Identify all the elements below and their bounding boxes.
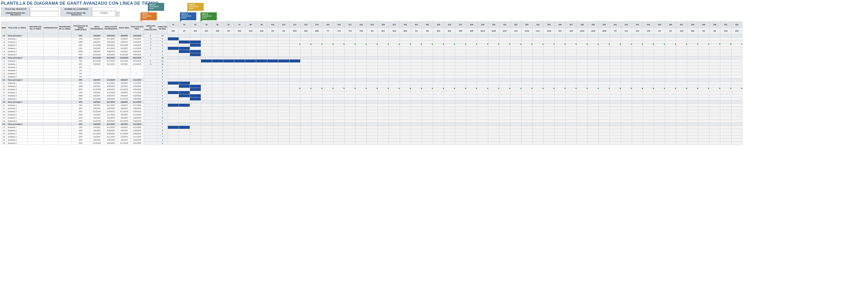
- gantt-cell[interactable]: [544, 47, 555, 50]
- gantt-cell[interactable]: [212, 34, 223, 37]
- cell[interactable]: [43, 85, 58, 88]
- gantt-cell[interactable]: [522, 129, 532, 132]
- gantt-cell[interactable]: [566, 66, 577, 69]
- gantt-cell[interactable]: [267, 40, 278, 44]
- gantt-cell[interactable]: [555, 69, 566, 72]
- gantt-cell[interactable]: [444, 88, 455, 91]
- gantt-cell[interactable]: [532, 69, 544, 72]
- gantt-cell[interactable]: [588, 100, 599, 104]
- gantt-cell[interactable]: [433, 72, 444, 75]
- gantt-cell[interactable]: [544, 110, 555, 113]
- gantt-cell[interactable]: [709, 88, 720, 91]
- gantt-cell[interactable]: [665, 79, 676, 82]
- cell[interactable]: Subtarea 2: [7, 85, 28, 88]
- gantt-cell[interactable]: [522, 79, 532, 82]
- gantt-cell[interactable]: [245, 85, 256, 88]
- gantt-cell[interactable]: [245, 107, 256, 110]
- cell[interactable]: [43, 110, 58, 113]
- cell[interactable]: 4/20/2025: [130, 107, 144, 110]
- gantt-cell[interactable]: [201, 75, 212, 79]
- gantt-cell[interactable]: [676, 107, 687, 110]
- gantt-cell[interactable]: [267, 129, 278, 132]
- milestone-flag-3[interactable]: HITO 3:Descripción breve: [180, 12, 196, 20]
- gantt-cell[interactable]: [267, 97, 278, 100]
- gantt-cell[interactable]: [599, 75, 610, 79]
- gantt-cell[interactable]: [433, 60, 444, 63]
- gantt-cell[interactable]: [400, 113, 411, 116]
- cell[interactable]: 4/20/2025: [104, 139, 118, 142]
- gantt-cell[interactable]: [389, 116, 400, 120]
- gantt-cell[interactable]: [223, 136, 234, 139]
- gantt-cell[interactable]: [312, 104, 322, 107]
- gantt-cell[interactable]: [400, 129, 411, 132]
- gantt-cell[interactable]: [687, 72, 698, 75]
- gantt-cell[interactable]: [444, 136, 455, 139]
- gantt-cell[interactable]: [267, 63, 278, 66]
- gantt-cell[interactable]: [168, 91, 179, 94]
- week-header[interactable]: S14: [312, 22, 322, 28]
- cell[interactable]: 5: [157, 120, 167, 123]
- gantt-cell[interactable]: [256, 47, 267, 50]
- gantt-cell[interactable]: [621, 66, 632, 69]
- gantt-cell[interactable]: [532, 63, 544, 66]
- gantt-cell[interactable]: [278, 66, 289, 69]
- gantt-cell[interactable]: [433, 129, 444, 132]
- gantt-cell[interactable]: [179, 126, 190, 129]
- gantt-cell[interactable]: [278, 126, 289, 129]
- gantt-cell[interactable]: [654, 40, 665, 44]
- gantt-cell[interactable]: [643, 40, 654, 44]
- gantt-cell[interactable]: [532, 88, 544, 91]
- gantt-cell[interactable]: [732, 116, 743, 120]
- gantt-cell[interactable]: [400, 44, 411, 47]
- gantt-cell[interactable]: [301, 139, 312, 142]
- gantt-cell[interactable]: [687, 91, 698, 94]
- cell[interactable]: [90, 66, 104, 69]
- gantt-cell[interactable]: [687, 136, 698, 139]
- gantt-cell[interactable]: [267, 116, 278, 120]
- gantt-cell[interactable]: [555, 129, 566, 132]
- gantt-cell[interactable]: [245, 88, 256, 91]
- gantt-cell[interactable]: [466, 40, 477, 44]
- gantt-cell[interactable]: [532, 120, 544, 123]
- cell[interactable]: 4/20/2025: [104, 142, 118, 145]
- gantt-cell[interactable]: [632, 126, 643, 129]
- gantt-cell[interactable]: [378, 34, 389, 37]
- week-header[interactable]: S30: [488, 22, 499, 28]
- gantt-cell[interactable]: [245, 56, 256, 60]
- gantt-cell[interactable]: [289, 91, 301, 94]
- gantt-cell[interactable]: [665, 44, 676, 47]
- gantt-cell[interactable]: [433, 40, 444, 44]
- gantt-cell[interactable]: [643, 63, 654, 66]
- gantt-cell[interactable]: [455, 44, 466, 47]
- gantt-cell[interactable]: [599, 142, 610, 145]
- gantt-cell[interactable]: [411, 63, 422, 66]
- gantt-cell[interactable]: [698, 66, 709, 69]
- gantt-cell[interactable]: [610, 44, 621, 47]
- gantt-cell[interactable]: [499, 142, 510, 145]
- gantt-cell[interactable]: [289, 47, 301, 50]
- cell[interactable]: [28, 142, 43, 145]
- gantt-cell[interactable]: [334, 120, 345, 123]
- gantt-cell[interactable]: [510, 69, 522, 72]
- gantt-cell[interactable]: [698, 120, 709, 123]
- gantt-cell[interactable]: [444, 126, 455, 129]
- cell[interactable]: 9: [157, 94, 167, 97]
- gantt-cell[interactable]: [488, 37, 499, 40]
- gantt-cell[interactable]: [334, 40, 345, 44]
- gantt-cell[interactable]: [289, 97, 301, 100]
- gantt-cell[interactable]: [400, 75, 411, 79]
- day-header[interactable]: 10/27: [499, 28, 510, 34]
- gantt-cell[interactable]: [687, 79, 698, 82]
- cell[interactable]: 70%: [71, 60, 90, 63]
- gantt-cell[interactable]: [411, 110, 422, 113]
- gantt-cell[interactable]: [555, 37, 566, 40]
- cell[interactable]: Subtarea 5: [7, 72, 28, 75]
- gantt-cell[interactable]: [168, 66, 179, 69]
- gantt-cell[interactable]: [621, 72, 632, 75]
- gantt-cell[interactable]: [698, 69, 709, 72]
- cell[interactable]: [58, 126, 71, 129]
- gantt-cell[interactable]: [334, 47, 345, 50]
- gantt-cell[interactable]: [599, 123, 610, 126]
- gantt-cell[interactable]: [212, 104, 223, 107]
- gantt-cell[interactable]: [234, 139, 245, 142]
